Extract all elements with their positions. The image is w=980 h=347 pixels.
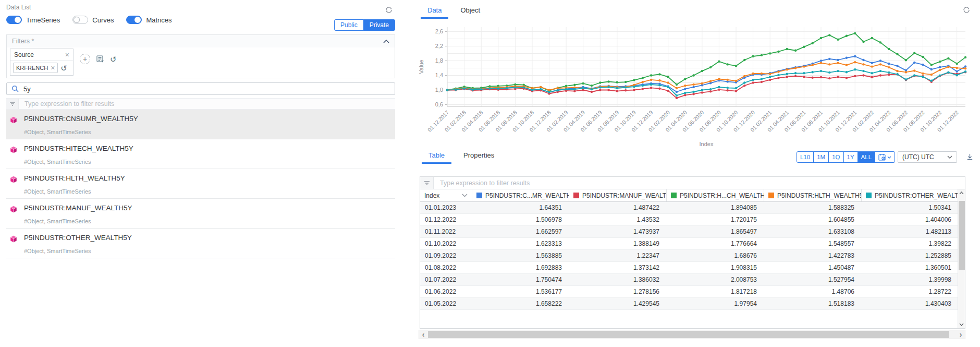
horizontal-scrollbar[interactable]: ‹ › (419, 330, 965, 339)
column-header[interactable]: P5INDUSTR:OTHER_WEALTH5Y × (862, 189, 959, 201)
item-type: #Object, SmartTimeSeries (24, 218, 91, 224)
toggle-switch[interactable] (6, 16, 22, 24)
source-filter-label: Source (14, 51, 34, 58)
range-1y-button[interactable]: 1Y (843, 151, 858, 163)
cell-index: 01.09.2022 (420, 250, 472, 261)
cell-value: 1.373142 (569, 262, 667, 273)
cell-value: 1.750474 (472, 274, 569, 285)
toggle-matrices[interactable]: Matrices (126, 16, 172, 24)
table-filter-input[interactable]: Type expression to filter results (420, 177, 965, 189)
scroll-up-icon[interactable] (958, 189, 965, 197)
cell-value: 1.404006 (862, 214, 959, 225)
cell-value: 1.43532 (569, 214, 667, 225)
tab-object[interactable]: Object (460, 6, 480, 19)
table-row[interactable]: 01.11.20221.6625971.4739371.8654971.6331… (420, 226, 965, 238)
table-row[interactable]: 01.01.20231.643511.4874221.8940851.58832… (420, 202, 965, 214)
table-row[interactable]: 01.12.20221.5069781.435321.7201751.60485… (420, 214, 965, 226)
item-name: P5INDUSTR:HLTH_WEALTH5Y (24, 174, 125, 182)
cell-value: 1.548557 (764, 238, 862, 249)
cell-value: 1.68676 (667, 250, 764, 261)
public-button[interactable]: Public (334, 19, 364, 31)
column-header[interactable]: P5INDUSTR:H...CH_WEALTH5Y × (667, 189, 764, 201)
remove-source-filter-icon[interactable]: × (65, 51, 69, 58)
tab-table[interactable]: Table (428, 151, 445, 164)
table-row[interactable]: 01.10.20221.6233131.3881491.7766641.5485… (420, 238, 965, 250)
vertical-scrollbar[interactable] (958, 189, 965, 328)
undo-icon[interactable]: ↺ (60, 64, 67, 72)
expression-filter-input[interactable]: Type expression to filter results (6, 98, 395, 110)
visibility-switch: Public Private (334, 19, 395, 31)
toggle-label: Matrices (146, 16, 172, 24)
cell-value: 1.588325 (764, 202, 862, 213)
column-label: P5INDUSTR:C...MR_WEALTH5Y (485, 192, 569, 199)
filter-list-icon[interactable] (96, 55, 104, 63)
toggle-switch[interactable] (126, 16, 142, 24)
search-input[interactable]: 5y (6, 82, 395, 95)
table-row[interactable]: 01.08.20221.6928831.3731421.9083151.4504… (420, 262, 965, 274)
toggle-timeseries[interactable]: TimeSeries (6, 16, 60, 24)
column-header[interactable]: P5INDUSTR:C...MR_WEALTH5Y × (472, 189, 569, 201)
cell-value: 1.692883 (472, 262, 569, 273)
refresh-icon[interactable] (962, 6, 971, 14)
scroll-left-icon[interactable]: ‹ (419, 330, 427, 339)
vertical-scroll-thumb[interactable] (959, 201, 965, 270)
custom-range-calendar-button[interactable] (875, 151, 895, 163)
column-header-index[interactable]: Index (420, 189, 472, 201)
cell-value: 2.008753 (667, 274, 764, 285)
column-header[interactable]: P5INDUSTR:MANUF_WEALTH5Y × (569, 189, 667, 201)
series-color-swatch (768, 193, 774, 198)
cell-value: 1.623313 (472, 238, 569, 249)
cube-icon (10, 146, 17, 153)
cell-value: 1.776664 (667, 238, 764, 249)
reset-filters-icon[interactable]: ↺ (110, 55, 117, 63)
list-item[interactable]: P5INDUSTR:HITECH_WEALTH5Y #Object, Smart… (6, 139, 395, 169)
timezone-select[interactable]: (UTC) UTC (898, 151, 957, 163)
range-1m-button[interactable]: 1M (813, 151, 829, 163)
horizontal-scroll-thumb[interactable] (428, 331, 949, 338)
range-1q-button[interactable]: 1Q (828, 151, 843, 163)
cell-value: 1.429545 (569, 298, 667, 309)
scroll-right-icon[interactable]: › (957, 330, 965, 339)
toggle-label: TimeSeries (26, 16, 60, 24)
table-row[interactable]: 01.07.20221.7504741.3860322.0087531.5279… (420, 274, 965, 286)
series-color-swatch (671, 193, 677, 198)
filters-panel: Filters * Source × KRFRENCH × (6, 34, 395, 78)
remove-chip-icon[interactable]: × (51, 64, 55, 71)
table-row[interactable]: 01.05.20221.6582221.4295451.979541.51818… (420, 298, 965, 310)
download-icon[interactable] (966, 153, 974, 161)
list-item[interactable]: P5INDUSTR:HLTH_WEALTH5Y #Object, SmartTi… (6, 169, 395, 199)
cell-value: 1.473937 (569, 226, 667, 237)
list-item[interactable]: P5INDUSTR:MANUF_WEALTH5Y #Object, SmartT… (6, 199, 395, 229)
data-table: Type expression to filter results Index … (420, 176, 965, 329)
refresh-icon[interactable] (385, 6, 393, 14)
list-item[interactable]: P5INDUSTR:CNSUMR_WEALTH5Y #Object, Smart… (6, 110, 395, 139)
cell-value: 1.604855 (764, 214, 862, 225)
cell-value: 1.482113 (862, 226, 959, 237)
table-row[interactable]: 01.06.20221.5361771.2781561.8172181.4870… (420, 286, 965, 298)
item-type: #Object, SmartTimeSeries (24, 159, 91, 165)
scroll-down-icon[interactable] (958, 321, 965, 328)
range-all-button[interactable]: ALL (858, 151, 875, 163)
cell-value: 1.386032 (569, 274, 667, 285)
list-item[interactable]: P5INDUSTR:OTHER_WEALTH5Y #Object, SmartT… (6, 229, 395, 258)
source-value-chip[interactable]: KRFRENCH × (13, 63, 58, 73)
range-l10-button[interactable]: L10 (797, 151, 814, 163)
collapse-chevron-up-icon[interactable] (383, 40, 389, 43)
cell-value: 1.388149 (569, 238, 667, 249)
cube-icon (10, 176, 17, 183)
tab-data[interactable]: Data (427, 6, 442, 19)
column-label: P5INDUSTR:MANUF_WEALTH5Y (582, 192, 667, 199)
table-row[interactable]: 01.09.20221.5638851.223471.686761.422783… (420, 250, 965, 262)
filters-header[interactable]: Filters * (7, 35, 395, 47)
toggle-curves[interactable]: Curves (72, 16, 114, 24)
private-button[interactable]: Private (363, 19, 395, 31)
toggle-switch[interactable] (72, 16, 88, 24)
cell-value: 1.563885 (472, 250, 569, 261)
column-header[interactable]: P5INDUSTR:HLTH_WEALTH5Y × (764, 189, 862, 201)
add-filter-icon[interactable]: + (80, 54, 90, 64)
column-label: P5INDUSTR:OTHER_WEALTH5Y (875, 192, 959, 199)
tab-properties[interactable]: Properties (463, 151, 494, 164)
cell-value: 1.28722 (862, 286, 959, 297)
chevron-down-icon[interactable] (462, 194, 468, 197)
svg-text:Value: Value (418, 59, 424, 74)
